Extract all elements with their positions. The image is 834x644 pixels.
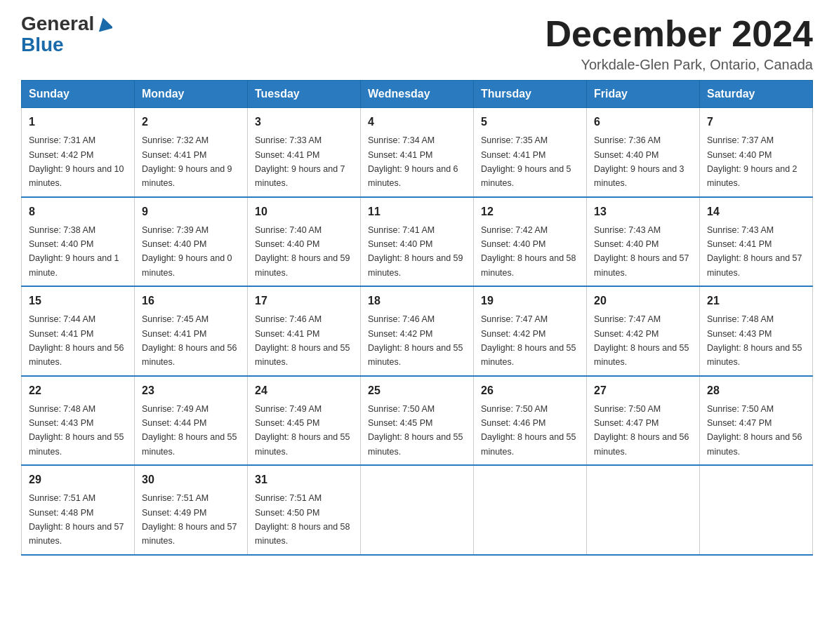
calendar-cell (361, 465, 474, 555)
day-info: Sunrise: 7:47 AMSunset: 4:42 PMDaylight:… (481, 314, 576, 367)
day-number: 22 (29, 382, 127, 399)
calendar-cell: 24 Sunrise: 7:49 AMSunset: 4:45 PMDaylig… (248, 376, 361, 466)
calendar-cell: 3 Sunrise: 7:33 AMSunset: 4:41 PMDayligh… (248, 108, 361, 197)
col-header-friday: Friday (587, 81, 700, 108)
day-info: Sunrise: 7:41 AMSunset: 4:40 PMDaylight:… (368, 225, 463, 278)
day-info: Sunrise: 7:42 AMSunset: 4:40 PMDaylight:… (481, 225, 576, 278)
day-number: 19 (481, 293, 579, 309)
col-header-saturday: Saturday (700, 81, 813, 108)
week-row-2: 8 Sunrise: 7:38 AMSunset: 4:40 PMDayligh… (22, 197, 813, 287)
col-header-sunday: Sunday (22, 81, 135, 108)
page-header: General Blue December 2024 Yorkdale-Glen… (21, 14, 813, 73)
day-number: 16 (142, 293, 240, 309)
week-row-5: 29 Sunrise: 7:51 AMSunset: 4:48 PMDaylig… (22, 465, 813, 555)
week-row-1: 1 Sunrise: 7:31 AMSunset: 4:42 PMDayligh… (22, 108, 813, 197)
day-info: Sunrise: 7:46 AMSunset: 4:42 PMDaylight:… (368, 314, 463, 367)
calendar-cell: 14 Sunrise: 7:43 AMSunset: 4:41 PMDaylig… (700, 197, 813, 287)
day-number: 20 (594, 293, 692, 309)
day-number: 4 (368, 114, 466, 130)
day-info: Sunrise: 7:51 AMSunset: 4:49 PMDaylight:… (142, 493, 237, 546)
calendar-cell: 27 Sunrise: 7:50 AMSunset: 4:47 PMDaylig… (587, 376, 700, 466)
day-number: 28 (707, 382, 805, 399)
day-info: Sunrise: 7:47 AMSunset: 4:42 PMDaylight:… (594, 314, 689, 367)
day-number: 5 (481, 114, 579, 130)
col-header-wednesday: Wednesday (361, 81, 474, 108)
day-number: 21 (707, 293, 805, 309)
calendar-cell: 1 Sunrise: 7:31 AMSunset: 4:42 PMDayligh… (22, 108, 135, 197)
calendar-cell: 16 Sunrise: 7:45 AMSunset: 4:41 PMDaylig… (135, 286, 248, 376)
col-header-thursday: Thursday (474, 81, 587, 108)
calendar-cell: 20 Sunrise: 7:47 AMSunset: 4:42 PMDaylig… (587, 286, 700, 376)
day-info: Sunrise: 7:48 AMSunset: 4:43 PMDaylight:… (707, 314, 802, 367)
logo-triangle-icon (97, 16, 112, 32)
day-number: 11 (368, 203, 466, 220)
month-title: December 2024 (545, 14, 813, 54)
day-info: Sunrise: 7:46 AMSunset: 4:41 PMDaylight:… (255, 314, 350, 367)
calendar-cell: 26 Sunrise: 7:50 AMSunset: 4:46 PMDaylig… (474, 376, 587, 466)
day-info: Sunrise: 7:32 AMSunset: 4:41 PMDaylight:… (142, 135, 232, 188)
day-info: Sunrise: 7:48 AMSunset: 4:43 PMDaylight:… (29, 404, 124, 457)
day-info: Sunrise: 7:39 AMSunset: 4:40 PMDaylight:… (142, 225, 232, 278)
calendar-cell: 4 Sunrise: 7:34 AMSunset: 4:41 PMDayligh… (361, 108, 474, 197)
week-row-3: 15 Sunrise: 7:44 AMSunset: 4:41 PMDaylig… (22, 286, 813, 376)
day-info: Sunrise: 7:38 AMSunset: 4:40 PMDaylight:… (29, 225, 119, 278)
calendar-cell: 23 Sunrise: 7:49 AMSunset: 4:44 PMDaylig… (135, 376, 248, 466)
day-number: 30 (142, 471, 240, 488)
day-number: 7 (707, 114, 805, 130)
calendar-cell: 17 Sunrise: 7:46 AMSunset: 4:41 PMDaylig… (248, 286, 361, 376)
day-number: 10 (255, 203, 353, 220)
calendar-cell: 31 Sunrise: 7:51 AMSunset: 4:50 PMDaylig… (248, 465, 361, 555)
day-number: 3 (255, 114, 353, 130)
day-number: 31 (255, 471, 353, 488)
day-number: 2 (142, 114, 240, 130)
day-number: 12 (481, 203, 579, 220)
calendar-cell: 11 Sunrise: 7:41 AMSunset: 4:40 PMDaylig… (361, 197, 474, 287)
calendar-cell: 13 Sunrise: 7:43 AMSunset: 4:40 PMDaylig… (587, 197, 700, 287)
day-number: 9 (142, 203, 240, 220)
calendar-cell (700, 465, 813, 555)
day-number: 27 (594, 382, 692, 399)
calendar-cell: 19 Sunrise: 7:47 AMSunset: 4:42 PMDaylig… (474, 286, 587, 376)
day-info: Sunrise: 7:50 AMSunset: 4:47 PMDaylight:… (594, 404, 689, 457)
day-info: Sunrise: 7:43 AMSunset: 4:41 PMDaylight:… (707, 225, 802, 278)
day-info: Sunrise: 7:33 AMSunset: 4:41 PMDaylight:… (255, 135, 345, 188)
calendar-table: SundayMondayTuesdayWednesdayThursdayFrid… (21, 80, 813, 556)
calendar-cell: 28 Sunrise: 7:50 AMSunset: 4:47 PMDaylig… (700, 376, 813, 466)
calendar-cell: 21 Sunrise: 7:48 AMSunset: 4:43 PMDaylig… (700, 286, 813, 376)
calendar-cell (474, 465, 587, 555)
calendar-cell: 22 Sunrise: 7:48 AMSunset: 4:43 PMDaylig… (22, 376, 135, 466)
day-info: Sunrise: 7:35 AMSunset: 4:41 PMDaylight:… (481, 135, 571, 188)
calendar-cell: 9 Sunrise: 7:39 AMSunset: 4:40 PMDayligh… (135, 197, 248, 287)
day-info: Sunrise: 7:31 AMSunset: 4:42 PMDaylight:… (29, 135, 124, 188)
calendar-cell: 6 Sunrise: 7:36 AMSunset: 4:40 PMDayligh… (587, 108, 700, 197)
day-number: 14 (707, 203, 805, 220)
day-info: Sunrise: 7:51 AMSunset: 4:48 PMDaylight:… (29, 493, 124, 546)
day-info: Sunrise: 7:40 AMSunset: 4:40 PMDaylight:… (255, 225, 350, 278)
day-info: Sunrise: 7:34 AMSunset: 4:41 PMDaylight:… (368, 135, 458, 188)
calendar-cell: 12 Sunrise: 7:42 AMSunset: 4:40 PMDaylig… (474, 197, 587, 287)
calendar-cell: 29 Sunrise: 7:51 AMSunset: 4:48 PMDaylig… (22, 465, 135, 555)
day-info: Sunrise: 7:50 AMSunset: 4:47 PMDaylight:… (707, 404, 802, 457)
calendar-header-row: SundayMondayTuesdayWednesdayThursdayFrid… (22, 81, 813, 108)
calendar-cell: 18 Sunrise: 7:46 AMSunset: 4:42 PMDaylig… (361, 286, 474, 376)
calendar-cell: 8 Sunrise: 7:38 AMSunset: 4:40 PMDayligh… (22, 197, 135, 287)
calendar-cell: 5 Sunrise: 7:35 AMSunset: 4:41 PMDayligh… (474, 108, 587, 197)
day-number: 6 (594, 114, 692, 130)
week-row-4: 22 Sunrise: 7:48 AMSunset: 4:43 PMDaylig… (22, 376, 813, 466)
day-number: 1 (29, 114, 127, 130)
day-info: Sunrise: 7:50 AMSunset: 4:45 PMDaylight:… (368, 404, 463, 457)
title-area: December 2024 Yorkdale-Glen Park, Ontari… (545, 14, 813, 73)
calendar-cell: 10 Sunrise: 7:40 AMSunset: 4:40 PMDaylig… (248, 197, 361, 287)
day-info: Sunrise: 7:37 AMSunset: 4:40 PMDaylight:… (707, 135, 797, 188)
day-number: 24 (255, 382, 353, 399)
calendar-cell: 30 Sunrise: 7:51 AMSunset: 4:49 PMDaylig… (135, 465, 248, 555)
col-header-monday: Monday (135, 81, 248, 108)
day-number: 17 (255, 293, 353, 309)
location: Yorkdale-Glen Park, Ontario, Canada (545, 57, 813, 73)
day-number: 13 (594, 203, 692, 220)
calendar-cell: 25 Sunrise: 7:50 AMSunset: 4:45 PMDaylig… (361, 376, 474, 466)
col-header-tuesday: Tuesday (248, 81, 361, 108)
logo: General Blue (21, 14, 112, 55)
calendar-cell: 15 Sunrise: 7:44 AMSunset: 4:41 PMDaylig… (22, 286, 135, 376)
day-number: 18 (368, 293, 466, 309)
